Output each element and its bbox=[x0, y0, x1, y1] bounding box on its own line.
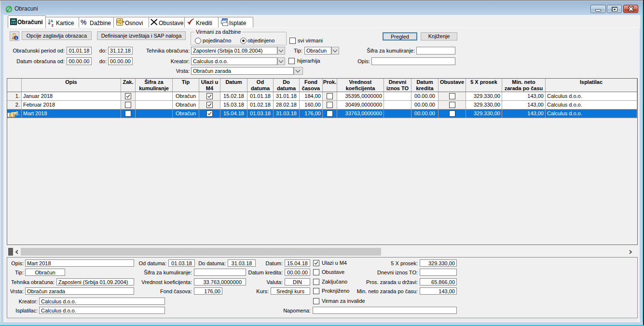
svg-text:z: z bbox=[52, 23, 54, 27]
